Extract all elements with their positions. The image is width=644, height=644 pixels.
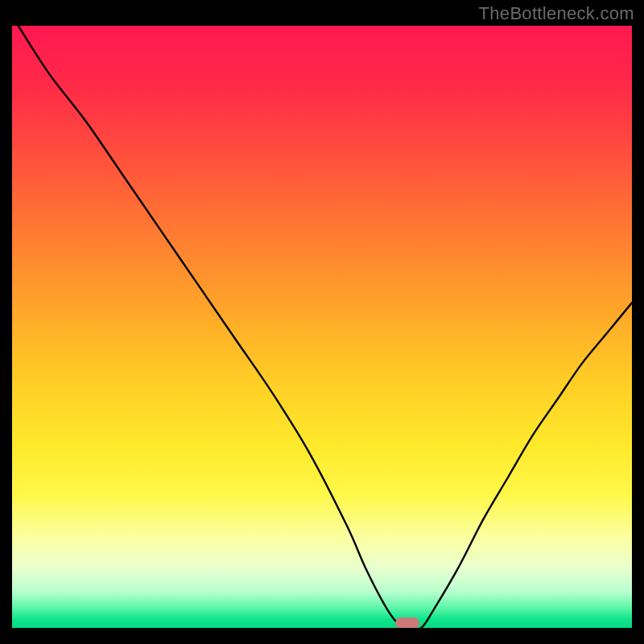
chart-frame: TheBottleneck.com	[0, 0, 644, 644]
watermark-text: TheBottleneck.com	[479, 3, 634, 24]
bottleneck-curve	[12, 26, 632, 628]
optimum-marker	[395, 617, 419, 628]
plot-area	[12, 26, 632, 628]
